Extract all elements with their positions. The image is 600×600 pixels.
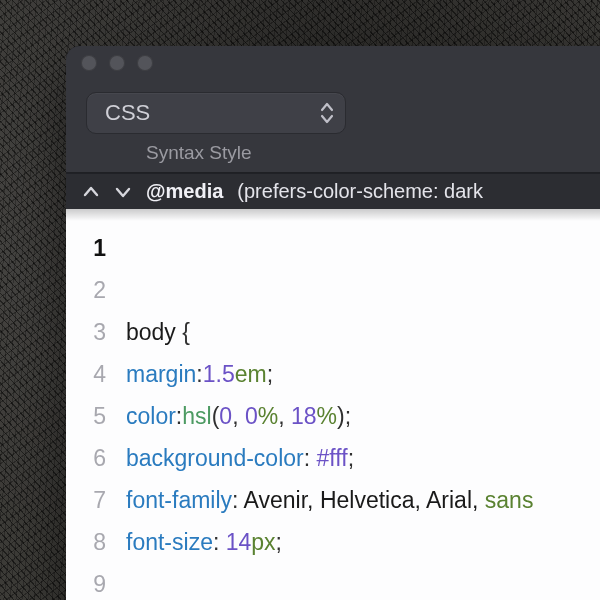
breadcrumb-keyword: @media [146, 180, 223, 203]
code-line [126, 563, 600, 600]
chevron-up-icon[interactable] [82, 183, 100, 201]
code-line: body { [126, 311, 600, 353]
line-number: 7 [66, 479, 106, 521]
code-editor[interactable]: 123456789 body {margin:1.5em;color:hsl(0… [66, 209, 600, 600]
code-line: color:hsl(0, 0%, 18%); [126, 395, 600, 437]
line-number: 1 [66, 227, 106, 269]
close-icon[interactable] [81, 55, 97, 71]
code-area[interactable]: body {margin:1.5em;color:hsl(0, 0%, 18%)… [116, 209, 600, 600]
breadcrumb-args: (prefers-color-scheme: dark [237, 180, 483, 203]
toolbar: CSS Syntax Style [66, 80, 600, 173]
line-number: 4 [66, 353, 106, 395]
code-line: font-size: 14px; [126, 521, 600, 563]
select-chevrons-icon [320, 102, 334, 124]
line-number: 2 [66, 269, 106, 311]
chevron-down-icon[interactable] [114, 183, 132, 201]
fold-controls[interactable] [82, 183, 132, 201]
line-number: 8 [66, 521, 106, 563]
zoom-icon[interactable] [137, 55, 153, 71]
code-line: margin:1.5em; [126, 353, 600, 395]
line-number: 9 [66, 563, 106, 600]
code-line: font-family: Avenir, Helvetica, Arial, s… [126, 479, 600, 521]
line-number-gutter: 123456789 [66, 209, 116, 600]
language-select-label: Syntax Style [146, 142, 600, 164]
editor-window: CSS Syntax Style @media (prefers-color-s… [66, 46, 600, 600]
line-number: 3 [66, 311, 106, 353]
line-number: 5 [66, 395, 106, 437]
window-titlebar[interactable] [66, 46, 600, 80]
breadcrumb[interactable]: @media (prefers-color-scheme: dark [66, 173, 600, 209]
line-number: 6 [66, 437, 106, 479]
code-line [126, 269, 600, 311]
minimize-icon[interactable] [109, 55, 125, 71]
code-line [126, 227, 600, 269]
language-select-value: CSS [86, 92, 346, 134]
code-line: background-color: #fff; [126, 437, 600, 479]
language-select[interactable]: CSS [86, 92, 346, 134]
